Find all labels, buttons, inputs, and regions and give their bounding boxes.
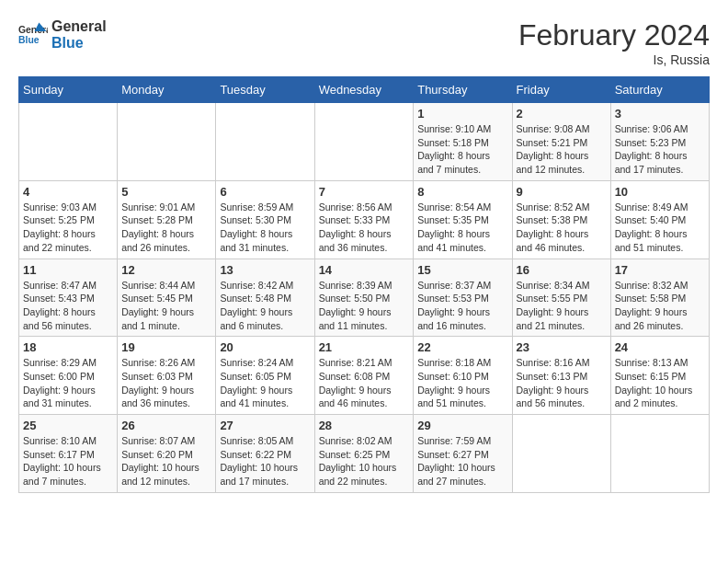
day-number: 2 [517, 107, 607, 121]
calendar-week-row: 11Sunrise: 8:47 AM Sunset: 5:43 PM Dayli… [19, 259, 710, 337]
calendar-cell: 8Sunrise: 8:54 AM Sunset: 5:35 PM Daylig… [414, 180, 512, 259]
day-number: 28 [319, 419, 410, 432]
day-info: Sunrise: 8:26 AM Sunset: 6:03 PM Dayligh… [121, 356, 211, 410]
day-info: Sunrise: 8:39 AM Sunset: 5:50 PM Dayligh… [319, 279, 410, 333]
day-info: Sunrise: 8:24 AM Sunset: 6:05 PM Dayligh… [220, 356, 310, 410]
day-number: 18 [23, 340, 113, 354]
calendar-cell: 7Sunrise: 8:56 AM Sunset: 5:33 PM Daylig… [314, 180, 414, 259]
calendar-cell: 12Sunrise: 8:44 AM Sunset: 5:45 PM Dayli… [118, 259, 216, 337]
day-info: Sunrise: 8:13 AM Sunset: 6:15 PM Dayligh… [615, 356, 705, 410]
calendar-week-row: 4Sunrise: 9:03 AM Sunset: 5:25 PM Daylig… [19, 180, 710, 259]
page-header: General Blue General Blue February 2024 … [18, 18, 710, 67]
calendar-cell: 22Sunrise: 8:18 AM Sunset: 6:10 PM Dayli… [414, 337, 512, 415]
day-number: 11 [23, 263, 113, 277]
logo-icon: General Blue [18, 22, 48, 48]
calendar-cell: 15Sunrise: 8:37 AM Sunset: 5:53 PM Dayli… [414, 259, 512, 337]
day-info: Sunrise: 8:21 AM Sunset: 6:08 PM Dayligh… [319, 356, 410, 410]
day-number: 9 [517, 185, 607, 199]
day-number: 24 [615, 340, 705, 354]
day-info: Sunrise: 8:18 AM Sunset: 6:10 PM Dayligh… [417, 356, 507, 410]
day-number: 8 [417, 185, 507, 199]
calendar-cell: 25Sunrise: 8:10 AM Sunset: 6:17 PM Dayli… [19, 415, 118, 493]
calendar-cell [19, 103, 118, 181]
calendar-cell [118, 103, 216, 181]
calendar-table: SundayMondayTuesdayWednesdayThursdayFrid… [18, 76, 710, 493]
calendar-cell: 14Sunrise: 8:39 AM Sunset: 5:50 PM Dayli… [314, 259, 414, 337]
day-number: 12 [121, 263, 211, 277]
calendar-cell: 21Sunrise: 8:21 AM Sunset: 6:08 PM Dayli… [314, 337, 414, 415]
day-info: Sunrise: 9:08 AM Sunset: 5:21 PM Dayligh… [517, 122, 607, 177]
day-info: Sunrise: 7:59 AM Sunset: 6:27 PM Dayligh… [417, 434, 507, 488]
day-info: Sunrise: 8:44 AM Sunset: 5:45 PM Dayligh… [121, 279, 211, 333]
day-number: 13 [220, 263, 310, 277]
day-info: Sunrise: 8:07 AM Sunset: 6:20 PM Dayligh… [121, 434, 211, 488]
day-info: Sunrise: 8:52 AM Sunset: 5:38 PM Dayligh… [517, 201, 607, 255]
weekday-header-saturday: Saturday [610, 77, 709, 103]
day-number: 5 [121, 185, 211, 199]
day-number: 15 [417, 263, 507, 277]
day-info: Sunrise: 8:16 AM Sunset: 6:13 PM Dayligh… [517, 356, 607, 410]
calendar-cell: 17Sunrise: 8:32 AM Sunset: 5:58 PM Dayli… [610, 259, 709, 337]
calendar-week-row: 25Sunrise: 8:10 AM Sunset: 6:17 PM Dayli… [19, 415, 710, 493]
title-block: February 2024 Is, Russia [518, 18, 710, 67]
day-number: 10 [615, 185, 705, 199]
day-info: Sunrise: 9:01 AM Sunset: 5:28 PM Dayligh… [121, 201, 211, 255]
location: Is, Russia [518, 52, 710, 67]
day-number: 3 [615, 107, 705, 121]
day-info: Sunrise: 8:56 AM Sunset: 5:33 PM Dayligh… [319, 201, 410, 255]
calendar-cell: 18Sunrise: 8:29 AM Sunset: 6:00 PM Dayli… [19, 337, 118, 415]
weekday-header-sunday: Sunday [19, 77, 118, 103]
calendar-cell: 2Sunrise: 9:08 AM Sunset: 5:21 PM Daylig… [512, 103, 610, 181]
day-info: Sunrise: 8:54 AM Sunset: 5:35 PM Dayligh… [417, 201, 507, 255]
day-info: Sunrise: 8:05 AM Sunset: 6:22 PM Dayligh… [220, 434, 310, 488]
calendar-cell [314, 103, 414, 181]
day-info: Sunrise: 8:34 AM Sunset: 5:55 PM Dayligh… [517, 279, 607, 333]
weekday-header-friday: Friday [512, 77, 610, 103]
calendar-week-row: 1Sunrise: 9:10 AM Sunset: 5:18 PM Daylig… [19, 103, 710, 181]
day-number: 21 [319, 340, 410, 354]
weekday-header-row: SundayMondayTuesdayWednesdayThursdayFrid… [19, 77, 710, 103]
logo-general-text: General [51, 18, 107, 35]
logo-blue-text: Blue [51, 35, 107, 52]
month-title: February 2024 [518, 18, 710, 52]
logo: General Blue General Blue [18, 18, 107, 51]
weekday-header-tuesday: Tuesday [216, 77, 314, 103]
day-number: 16 [517, 263, 607, 277]
calendar-cell: 16Sunrise: 8:34 AM Sunset: 5:55 PM Dayli… [512, 259, 610, 337]
day-number: 17 [615, 263, 705, 277]
day-info: Sunrise: 9:03 AM Sunset: 5:25 PM Dayligh… [23, 201, 113, 255]
weekday-header-thursday: Thursday [414, 77, 512, 103]
day-number: 29 [417, 419, 507, 432]
calendar-cell: 26Sunrise: 8:07 AM Sunset: 6:20 PM Dayli… [118, 415, 216, 493]
day-info: Sunrise: 8:29 AM Sunset: 6:00 PM Dayligh… [23, 356, 113, 410]
day-number: 1 [417, 107, 507, 121]
calendar-cell: 5Sunrise: 9:01 AM Sunset: 5:28 PM Daylig… [118, 180, 216, 259]
calendar-cell: 27Sunrise: 8:05 AM Sunset: 6:22 PM Dayli… [216, 415, 314, 493]
day-info: Sunrise: 8:49 AM Sunset: 5:40 PM Dayligh… [615, 201, 705, 255]
weekday-header-monday: Monday [118, 77, 216, 103]
day-info: Sunrise: 8:42 AM Sunset: 5:48 PM Dayligh… [220, 279, 310, 333]
weekday-header-wednesday: Wednesday [314, 77, 414, 103]
day-info: Sunrise: 8:32 AM Sunset: 5:58 PM Dayligh… [615, 279, 705, 333]
day-number: 6 [220, 185, 310, 199]
calendar-cell [610, 415, 709, 493]
calendar-cell: 20Sunrise: 8:24 AM Sunset: 6:05 PM Dayli… [216, 337, 314, 415]
calendar-cell: 24Sunrise: 8:13 AM Sunset: 6:15 PM Dayli… [610, 337, 709, 415]
day-number: 26 [121, 419, 211, 432]
day-number: 27 [220, 419, 310, 432]
calendar-cell: 3Sunrise: 9:06 AM Sunset: 5:23 PM Daylig… [610, 103, 709, 181]
calendar-cell: 6Sunrise: 8:59 AM Sunset: 5:30 PM Daylig… [216, 180, 314, 259]
svg-text:Blue: Blue [18, 34, 40, 44]
day-number: 19 [121, 340, 211, 354]
day-number: 25 [23, 419, 113, 432]
day-info: Sunrise: 8:59 AM Sunset: 5:30 PM Dayligh… [220, 201, 310, 255]
day-number: 23 [517, 340, 607, 354]
calendar-cell: 10Sunrise: 8:49 AM Sunset: 5:40 PM Dayli… [610, 180, 709, 259]
day-info: Sunrise: 9:06 AM Sunset: 5:23 PM Dayligh… [615, 122, 705, 177]
calendar-cell: 29Sunrise: 7:59 AM Sunset: 6:27 PM Dayli… [414, 415, 512, 493]
calendar-cell: 11Sunrise: 8:47 AM Sunset: 5:43 PM Dayli… [19, 259, 118, 337]
day-number: 20 [220, 340, 310, 354]
calendar-cell: 19Sunrise: 8:26 AM Sunset: 6:03 PM Dayli… [118, 337, 216, 415]
calendar-cell: 4Sunrise: 9:03 AM Sunset: 5:25 PM Daylig… [19, 180, 118, 259]
calendar-cell [512, 415, 610, 493]
